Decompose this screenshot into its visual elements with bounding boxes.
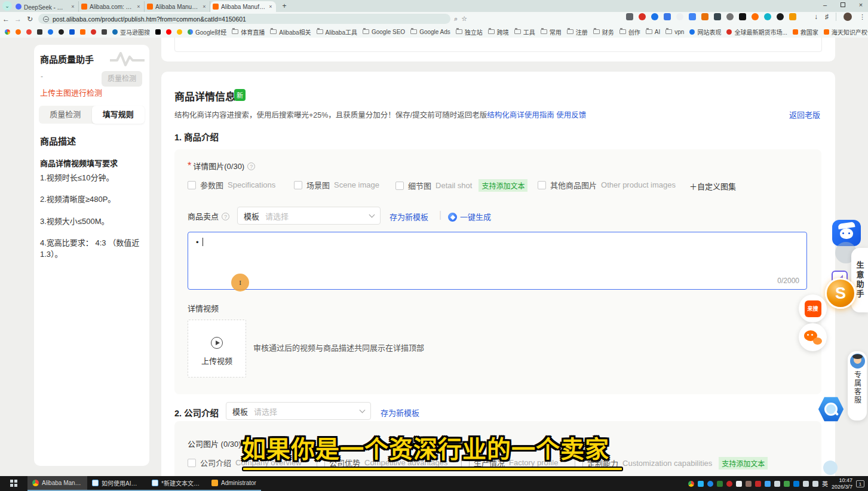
tray-icon[interactable] (784, 481, 790, 487)
bookmark-item[interactable]: 亚马逊图搜 (112, 27, 150, 36)
extension-icon[interactable] (676, 13, 683, 20)
bookmark-favicon-icon[interactable] (26, 29, 32, 35)
checkbox-icon[interactable] (294, 181, 302, 189)
site-settings-icon[interactable] (43, 16, 49, 22)
one-click-generate-button[interactable]: 一键生成 (448, 211, 491, 222)
extension-icon[interactable] (789, 13, 796, 20)
bookmark-folder[interactable]: vpn (665, 29, 684, 35)
template-select[interactable]: 模板 请选择 (237, 207, 381, 225)
bookmark-folder[interactable]: 创作 (619, 27, 640, 36)
company-template-select[interactable]: 模板 请选择 (226, 402, 371, 420)
bookmark-favicon-icon[interactable] (69, 29, 75, 35)
bookmark-item[interactable]: 全球最新期货市场... (726, 27, 787, 36)
tab-close-icon[interactable] (70, 4, 76, 10)
tray-shield-icon[interactable] (707, 481, 713, 487)
checkbox-icon[interactable] (538, 181, 546, 189)
tray-icon[interactable] (746, 481, 752, 487)
menu-kebab-icon[interactable] (859, 13, 866, 21)
tray-mic-icon[interactable] (736, 481, 742, 487)
taskbar-item-notepad-1[interactable]: 如何使用AI撰写产... (87, 476, 147, 491)
bookmark-folder[interactable]: 体育直播 (232, 27, 265, 36)
reload-icon[interactable] (24, 15, 36, 23)
back-icon[interactable] (0, 15, 12, 23)
bookmark-star-icon[interactable] (461, 15, 467, 23)
upload-main-image-link[interactable]: 上传主图进行检测 (40, 87, 102, 98)
extension-icon[interactable] (764, 13, 771, 20)
profile-avatar[interactable] (844, 13, 852, 21)
bookmark-folder[interactable]: 独立站 (456, 27, 483, 36)
browser-tab-alibaba-2[interactable]: Alibaba Manufacturer Direct (145, 1, 210, 12)
bookmark-folder[interactable]: 工具 (514, 27, 535, 36)
guide-link[interactable]: 结构化商详使用指南 (487, 111, 554, 119)
help-icon[interactable] (247, 162, 255, 170)
extension-icon[interactable] (752, 13, 759, 20)
tab-close-icon[interactable] (268, 4, 274, 10)
tray-network-icon[interactable] (803, 481, 809, 487)
extension-icon[interactable] (664, 13, 671, 20)
minimize-button[interactable] (821, 1, 829, 8)
tab-close-icon[interactable] (136, 4, 142, 10)
extension-icon[interactable] (726, 13, 734, 20)
business-assistant-panel[interactable]: 生意助手 (851, 248, 868, 312)
maximize-button[interactable] (839, 1, 846, 8)
feedback-link[interactable]: 使用反馈 (556, 111, 586, 119)
bookmark-favicon-icon[interactable] (16, 29, 21, 35)
bookmark-folder[interactable]: 财务 (593, 27, 614, 36)
tab-close-icon[interactable] (201, 4, 207, 10)
help-icon[interactable] (222, 213, 229, 220)
notification-icon[interactable]: 1 (856, 480, 864, 487)
wechat-widget[interactable] (799, 323, 827, 351)
bookmark-favicon-icon[interactable] (155, 29, 161, 35)
bookmark-folder[interactable]: Alibaba工具 (317, 27, 357, 36)
bookmark-item[interactable]: 海天知识产权保护... (824, 27, 868, 36)
bookmark-favicon-icon[interactable] (91, 29, 96, 35)
tray-wechat-icon[interactable] (717, 481, 723, 487)
tab-search-chevron-icon[interactable] (2, 1, 12, 11)
extension-icon[interactable] (777, 13, 784, 20)
skype-badge-icon[interactable]: S (825, 278, 856, 309)
tray-volume-icon[interactable] (812, 481, 818, 487)
save-template-link[interactable]: 存为新模板 (389, 211, 428, 222)
bookmark-favicon-icon[interactable] (5, 29, 10, 35)
start-button[interactable] (0, 478, 27, 489)
bookmark-folder[interactable]: 注册 (567, 27, 588, 36)
bookmark-folder[interactable]: AI (646, 29, 660, 35)
laisou-widget[interactable]: 来搜 (799, 294, 827, 323)
bookmark-favicon-icon[interactable] (102, 29, 107, 35)
extension-icon[interactable] (739, 13, 746, 20)
tray-defender-icon[interactable] (793, 481, 799, 487)
bookmark-folder[interactable]: 常用 (541, 27, 562, 36)
bookmark-folder[interactable]: Google Ads (410, 29, 450, 35)
tab-quality-check[interactable]: 质量检测 (39, 106, 92, 124)
tray-phone-icon[interactable] (774, 481, 780, 487)
browser-tab-alibaba-1[interactable]: Alibaba.com: Manufacturers (79, 1, 145, 12)
checkbox-scene-image[interactable]: 场景图 Scene image (294, 179, 379, 191)
clock[interactable]: 10:47 2026/3/7 (832, 477, 852, 490)
checkbox-icon[interactable] (188, 181, 196, 189)
address-bar[interactable]: post.alibaba.com/product/publish.htm?fro… (38, 14, 450, 24)
bookmark-item[interactable]: Google财经 (188, 27, 226, 36)
extension-icon[interactable] (651, 13, 658, 20)
taskbar-item-chrome[interactable]: Alibaba Manufact... (27, 476, 87, 491)
tray-icon[interactable] (698, 481, 704, 487)
tray-icon[interactable] (765, 481, 771, 487)
tab-fill-rules[interactable]: 填写规则 (92, 106, 145, 124)
bookmark-favicon-icon[interactable] (59, 29, 64, 35)
browser-tab-deepseek[interactable]: DeepSeek - 探索未至之境 (13, 1, 79, 12)
taskbar-item-notepad-2[interactable]: *新建文本文档 (2).t... (147, 476, 207, 491)
pin-icon[interactable]: ♯ (825, 13, 829, 21)
downloads-icon[interactable] (814, 13, 818, 21)
back-to-old-link[interactable]: 返回老版 (789, 109, 820, 120)
quality-check-button[interactable]: 质量检测 (102, 71, 142, 87)
checkbox-icon[interactable] (395, 182, 404, 190)
forward-icon[interactable] (12, 15, 24, 23)
checkbox-detail-shot[interactable]: 细节图 Detail shot 支持添加文本 (395, 179, 527, 192)
ime-indicator[interactable]: 英 (822, 479, 828, 488)
close-button[interactable] (857, 1, 864, 8)
bookmark-folder[interactable]: 跨境 (488, 27, 509, 36)
extension-icon[interactable] (701, 13, 708, 20)
extension-icon[interactable] (639, 13, 646, 20)
taskbar-item-explorer[interactable]: Administrator (207, 476, 261, 491)
bookmark-favicon-icon[interactable] (80, 29, 85, 35)
checkbox-icon[interactable] (188, 459, 196, 467)
